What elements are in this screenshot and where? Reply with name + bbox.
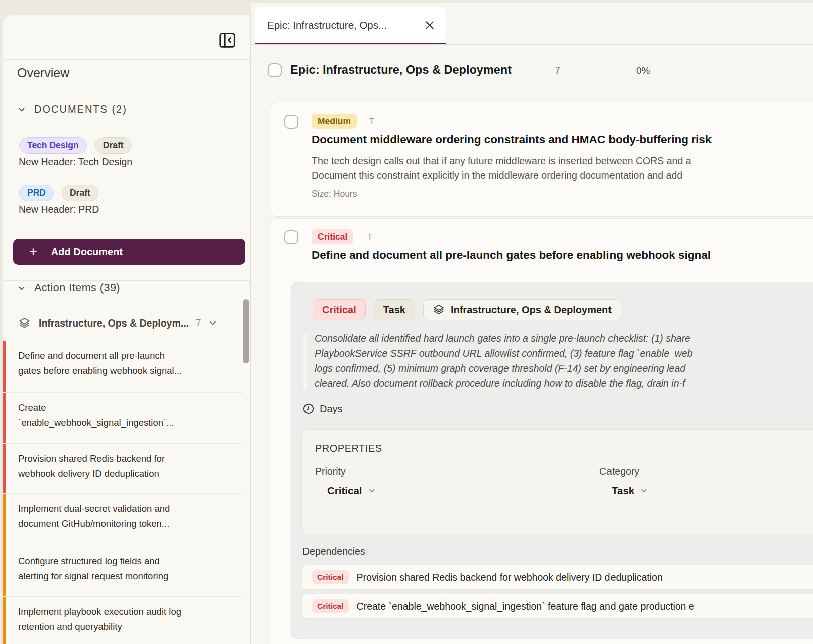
epic-pill-label: Infrastructure, Ops & Deployment xyxy=(451,304,612,316)
epic-group-label: Infrastructure, Ops & Deploym... xyxy=(39,317,189,329)
layers-icon xyxy=(18,317,31,330)
dependency-text: Provision shared Redis backend for webho… xyxy=(357,572,663,583)
chevron-down-icon xyxy=(17,284,26,293)
priority-color-bar xyxy=(3,597,6,644)
documents-section-header[interactable]: DOCUMENTS (2) xyxy=(17,103,127,115)
document-item-badges: PRD Draft xyxy=(19,185,98,201)
category-label: Category xyxy=(599,466,639,477)
tabstrip-divider xyxy=(251,44,813,45)
priority-color-bar xyxy=(3,341,6,392)
add-document-button[interactable]: + Add Document xyxy=(13,239,245,265)
blockquote-bar xyxy=(303,334,307,390)
close-icon[interactable] xyxy=(424,20,435,31)
list-item[interactable]: Create`enable_webhook_signal_ingestion`.… xyxy=(3,393,243,444)
doc-type-badge: PRD xyxy=(19,185,54,201)
epic-group-count: 7 xyxy=(196,317,201,329)
plus-icon: + xyxy=(29,245,37,259)
add-document-label: Add Document xyxy=(51,246,123,258)
chevron-down-icon xyxy=(367,486,376,495)
task-description-line: Document this constraint explicitly in t… xyxy=(312,168,682,183)
sidebar-divider xyxy=(3,280,250,281)
task-detail-panel: Critical Task Infrastructure, Ops & Depl… xyxy=(291,282,813,639)
properties-box: PROPERTIES Priority Critical Category Ta… xyxy=(301,429,813,534)
sidebar: Overview DOCUMENTS (2) Tech Design Draft… xyxy=(3,15,251,644)
size-value: Days xyxy=(320,403,343,415)
priority-label: Priority xyxy=(315,466,346,477)
clock-icon xyxy=(302,403,315,415)
dependency-row[interactable]: Critical Create `enable_webhook_signal_i… xyxy=(301,594,813,619)
chevron-down-icon xyxy=(639,486,648,495)
detail-description-line: logs confirmed, (5) minimum graph covera… xyxy=(315,363,685,374)
action-items-section-header[interactable]: Action Items (39) xyxy=(17,282,120,294)
list-item[interactable]: Define and document all pre-launchgates … xyxy=(3,341,243,393)
list-item[interactable]: Implement playbook execution audit logre… xyxy=(3,597,243,644)
dependency-priority-badge: Critical xyxy=(312,599,349,613)
doc-type-badge: Tech Design xyxy=(19,137,87,154)
task-title: Define and document all pre-launch gates… xyxy=(312,249,711,262)
chevron-down-icon xyxy=(208,318,218,328)
priority-color-bar xyxy=(3,444,6,493)
overview-heading: Overview xyxy=(17,66,69,80)
category-dropdown[interactable]: Task xyxy=(612,485,648,497)
epic-group-row[interactable]: Infrastructure, Ops & Deploym... 7 xyxy=(3,311,240,335)
priority-pill: Critical xyxy=(313,299,366,320)
tab-epic[interactable]: Epic: Infrastructure, Ops... xyxy=(255,7,446,44)
priority-dropdown[interactable]: Critical xyxy=(327,485,376,497)
detail-description-line: PlaybookService SSRF outbound URL allowl… xyxy=(315,348,693,359)
document-item-title[interactable]: New Header: PRD xyxy=(19,204,99,216)
dependency-priority-badge: Critical xyxy=(312,570,349,584)
properties-header: PROPERTIES xyxy=(315,443,382,454)
list-item[interactable]: Provision shared Redis backend forwebhoo… xyxy=(3,444,243,494)
priority-badge: Medium xyxy=(312,114,357,129)
detail-description-line: Consolidate all identified hard launch g… xyxy=(315,333,690,344)
task-card[interactable]: Medium T Document middleware ordering co… xyxy=(270,102,813,217)
tab-label: Epic: Infrastructure, Ops... xyxy=(267,19,387,31)
panel-collapse-icon xyxy=(218,31,237,50)
sidebar-divider xyxy=(3,59,250,60)
priority-badge: Critical xyxy=(312,229,353,244)
size-row: Days xyxy=(302,403,343,415)
dependency-text: Create `enable_webhook_signal_ingestion`… xyxy=(357,601,694,612)
task-card-expanded[interactable]: Critical T Define and document all pre-l… xyxy=(270,218,813,644)
collapse-sidebar-button[interactable] xyxy=(216,29,238,51)
task-title: Document middleware ordering constraints… xyxy=(312,133,712,146)
epic-checkbox[interactable] xyxy=(268,63,282,77)
priority-color-bar xyxy=(3,494,6,546)
document-item-badges: Tech Design Draft xyxy=(19,137,132,154)
app-window: Overview DOCUMENTS (2) Tech Design Draft… xyxy=(0,0,813,644)
doc-status-badge: Draft xyxy=(95,137,132,154)
task-checkbox[interactable] xyxy=(284,115,298,129)
epic-pill: Infrastructure, Ops & Deployment xyxy=(423,299,621,320)
dependencies-label: Dependencies xyxy=(302,546,365,557)
detail-description-line: cleared. Also document rollback procedur… xyxy=(315,378,685,389)
detail-badges-row: Critical Task Infrastructure, Ops & Depl… xyxy=(313,299,621,320)
task-checkbox[interactable] xyxy=(284,230,298,244)
task-description-line: The tech design calls out that if any fu… xyxy=(312,154,691,168)
sidebar-scrollbar-thumb[interactable] xyxy=(243,299,249,363)
category-pill: Task xyxy=(374,299,415,320)
task-type-letter: T xyxy=(369,117,374,127)
list-item[interactable]: Configure structured log fields andalert… xyxy=(3,546,243,597)
priority-color-bar xyxy=(3,546,6,596)
document-item-title[interactable]: New Header: Tech Design xyxy=(19,156,132,168)
task-type-letter: T xyxy=(367,232,372,242)
epic-task-count: 7 xyxy=(555,65,560,76)
chevron-down-icon xyxy=(17,105,26,114)
epic-title: Epic: Infrastructure, Ops & Deployment xyxy=(290,63,512,77)
task-size-label: Size: Hours xyxy=(312,189,357,199)
dependency-row[interactable]: Critical Provision shared Redis backend … xyxy=(301,565,813,590)
layers-icon xyxy=(433,304,445,316)
epic-progress-percent: 0% xyxy=(636,65,650,76)
priority-color-bar xyxy=(3,393,6,443)
list-item[interactable]: Implement dual-secret validation anddocu… xyxy=(3,494,243,546)
sidebar-divider xyxy=(3,97,250,97)
doc-status-badge: Draft xyxy=(62,185,98,201)
documents-section-label: DOCUMENTS (2) xyxy=(34,103,127,115)
action-items-section-label: Action Items (39) xyxy=(34,282,120,294)
action-items-list: Define and document all pre-launchgates … xyxy=(3,341,243,644)
